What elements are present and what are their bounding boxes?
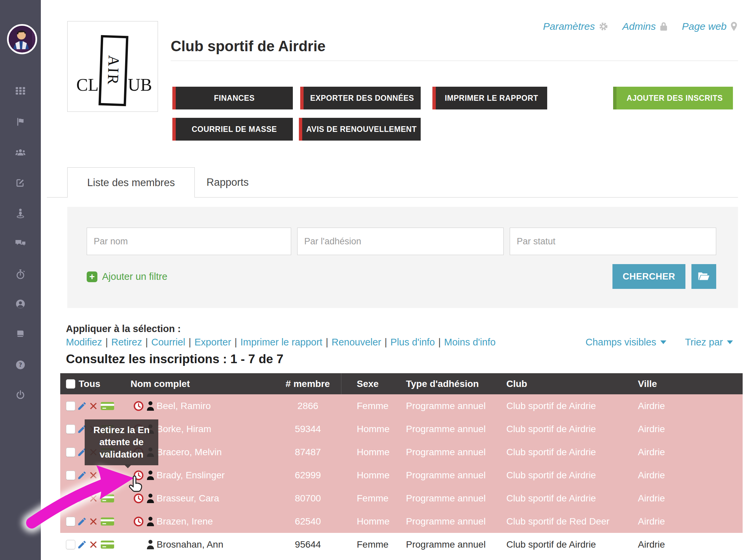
sidebar-item-help-question[interactable]: ? — [0, 358, 41, 372]
edit-pencil-icon[interactable] — [77, 540, 88, 550]
edit-pencil-icon[interactable] — [77, 516, 88, 526]
member-name[interactable]: Bracero, Melvin — [157, 447, 274, 457]
member-row: Brosnahan, Ann95644FemmeProgramme annuel… — [60, 533, 743, 556]
pending-clock-icon[interactable] — [130, 469, 146, 481]
col-header-name[interactable]: Nom complet — [130, 379, 274, 389]
member-person-icon[interactable] — [146, 516, 157, 526]
member-person-icon[interactable] — [146, 539, 157, 550]
payment-card-icon[interactable] — [101, 493, 130, 503]
admins-link[interactable]: Admins — [622, 21, 668, 32]
tab-reports[interactable]: Rapports — [194, 167, 261, 197]
visible-fields-dropdown[interactable]: Champs visibles — [586, 337, 666, 348]
sidebar-item-book-directory[interactable] — [0, 327, 41, 341]
member-name[interactable]: Brady, Enslinger — [157, 470, 274, 481]
member-name[interactable]: Brasseur, Cara — [157, 493, 274, 504]
edit-pencil-icon[interactable] — [77, 470, 88, 480]
flag-icon — [15, 117, 25, 127]
row-checkbox[interactable] — [66, 517, 75, 526]
link-separator: | — [185, 337, 194, 347]
bulk-action-moins-d-info[interactable]: Moins d'info — [444, 337, 496, 347]
sidebar-item-power-logout[interactable] — [0, 388, 41, 402]
delete-x-icon[interactable] — [88, 470, 101, 480]
chevron-down-icon — [727, 340, 733, 344]
member-club: Club sportif de Airdrie — [506, 447, 638, 457]
member-name[interactable]: Brazen, Irene — [157, 516, 274, 527]
sidebar-item-stopwatch[interactable] — [0, 267, 41, 282]
sidebar-item-apps-grid[interactable] — [0, 84, 41, 99]
link-separator: | — [322, 337, 331, 347]
search-button[interactable]: CHERCHER — [613, 264, 685, 289]
mass-email-button[interactable]: COURRIEL DE MASSE — [172, 118, 293, 141]
member-name[interactable]: Brosnahan, Ann — [157, 539, 274, 550]
settings-link[interactable]: Paramètres — [543, 21, 608, 32]
col-header-member-id[interactable]: # membre — [274, 373, 341, 394]
member-name[interactable]: Borke, Hiram — [157, 424, 274, 434]
row-checkbox[interactable] — [66, 401, 75, 411]
bulk-action-renouveler[interactable]: Renouveler — [331, 337, 381, 347]
edit-pencil-icon[interactable] — [77, 493, 88, 503]
sidebar-item-street-view[interactable] — [0, 206, 41, 221]
col-header-membership[interactable]: Type d'adhésion — [406, 379, 506, 389]
add-registrants-button[interactable]: AJOUTER DES INSCRITS — [613, 87, 733, 109]
col-header-sex[interactable]: Sexe — [357, 379, 406, 389]
pending-clock-icon[interactable] — [130, 400, 146, 412]
bulk-action-courriel[interactable]: Courriel — [151, 337, 186, 347]
member-row: Borke, Hiram59344HommeProgramme annuelCl… — [60, 417, 743, 440]
add-filter-link[interactable]: + Ajouter un filtre — [87, 271, 167, 282]
member-person-icon[interactable] — [146, 401, 157, 411]
col-header-city[interactable]: Ville — [638, 379, 743, 389]
payment-card-icon[interactable] — [101, 540, 130, 550]
sidebar-item-edit-compose[interactable] — [0, 175, 41, 190]
sidebar-item-flag[interactable] — [0, 114, 41, 129]
book-directory-icon — [15, 329, 25, 339]
row-checkbox[interactable] — [66, 448, 75, 457]
member-person-icon[interactable] — [146, 470, 157, 480]
row-checkbox[interactable] — [66, 471, 75, 480]
filter-membership-input[interactable] — [297, 228, 504, 255]
street-view-icon — [15, 208, 25, 218]
sidebar-item-user-profile[interactable] — [0, 297, 41, 311]
member-club: Club sportif de Airdrie — [506, 401, 638, 411]
delete-x-icon[interactable] — [88, 540, 101, 550]
edit-pencil-icon[interactable] — [77, 401, 88, 411]
select-all-checkbox[interactable] — [66, 379, 75, 389]
filter-status-input[interactable] — [510, 228, 716, 255]
row-checkbox[interactable] — [66, 425, 75, 434]
bulk-action-retirez[interactable]: Retirez — [111, 337, 142, 347]
print-report-button[interactable]: IMPRIMER LE RAPPORT — [432, 87, 547, 109]
bulk-action-plus-d-info[interactable]: Plus d'info — [390, 337, 435, 347]
pending-clock-icon[interactable] — [130, 492, 146, 504]
member-city: Airdrie — [638, 539, 743, 550]
delete-x-icon[interactable] — [88, 401, 101, 411]
delete-x-icon[interactable] — [88, 516, 101, 526]
bulk-action-imprimer-le-rapport[interactable]: Imprimer le rapport — [240, 337, 322, 347]
payment-card-icon[interactable] — [101, 516, 130, 526]
member-name[interactable]: Beel, Ramiro — [157, 401, 274, 411]
bulk-action-modifiez[interactable]: Modifiez — [66, 337, 102, 347]
pending-clock-icon[interactable] — [130, 516, 146, 527]
bulk-action-exporter[interactable]: Exporter — [194, 337, 231, 347]
select-all-label: Tous — [79, 379, 101, 389]
sidebar-item-chat-comments[interactable] — [0, 236, 41, 251]
row-checkbox[interactable] — [66, 540, 75, 549]
member-row: Brasseur, Cara80700FemmeProgramme annuel… — [60, 487, 743, 510]
delete-x-icon[interactable] — [88, 493, 101, 503]
saved-searches-button[interactable] — [691, 264, 716, 289]
row-checkbox[interactable] — [66, 494, 75, 503]
finances-button[interactable]: FINANCES — [172, 87, 293, 109]
member-club: Club sportif de Red Deer — [506, 516, 638, 527]
filter-name-input[interactable] — [87, 228, 291, 255]
member-club: Club sportif de Airdrie — [506, 424, 638, 434]
avatar[interactable] — [7, 24, 37, 54]
sort-by-dropdown[interactable]: Triez par — [685, 337, 733, 348]
link-separator: | — [142, 337, 151, 347]
logo-text-right: UB — [128, 75, 152, 95]
member-person-icon[interactable] — [146, 493, 157, 503]
tab-members-list[interactable]: Liste des membres — [67, 167, 195, 197]
col-header-club[interactable]: Club — [506, 379, 638, 389]
export-data-button[interactable]: EXPORTER DES DONNÉES — [300, 87, 421, 109]
sidebar-item-members-group[interactable] — [0, 145, 41, 160]
payment-card-icon[interactable] — [101, 401, 130, 411]
renewal-notice-button[interactable]: AVIS DE RENOUVELLEMENT — [299, 118, 421, 141]
webpage-link[interactable]: Page web — [682, 21, 738, 32]
